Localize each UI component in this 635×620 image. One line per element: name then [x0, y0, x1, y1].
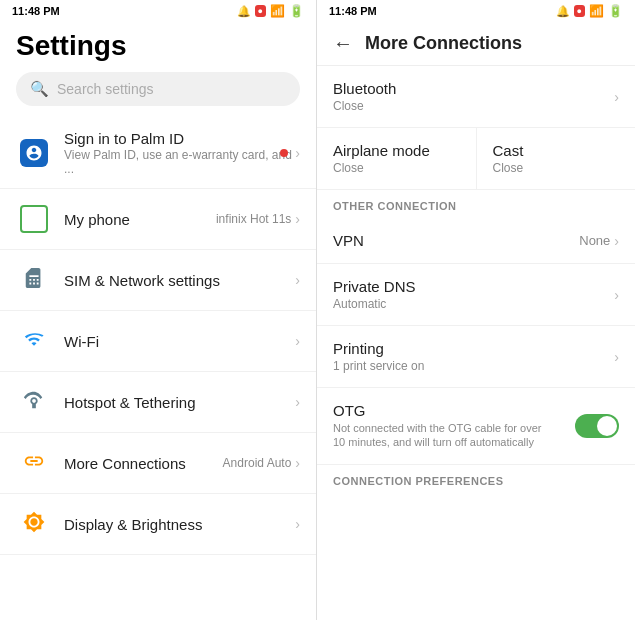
right-panel-title: More Connections: [365, 33, 522, 54]
otg-item[interactable]: OTG Not connected with the OTG cable for…: [317, 388, 635, 465]
sim-chevron: ›: [295, 272, 300, 288]
sim-icon-shape: [23, 267, 45, 294]
hotspot-chevron: ›: [295, 394, 300, 410]
signal-icon: 📶: [270, 4, 285, 18]
vpn-value: None: [579, 233, 610, 248]
rec-icon: ●: [255, 5, 266, 17]
my-phone-chevron: ›: [295, 211, 300, 227]
search-placeholder: Search settings: [57, 81, 154, 97]
sim-title: SIM & Network settings: [64, 272, 295, 289]
palm-icon-shape: [20, 139, 48, 167]
bluetooth-title: Bluetooth: [333, 80, 614, 97]
bluetooth-chevron: ›: [614, 89, 619, 105]
otg-subtitle: Not connected with the OTG cable for ove…: [333, 421, 553, 450]
private-dns-text: Private DNS Automatic: [333, 278, 614, 311]
right-time: 11:48 PM: [329, 5, 377, 17]
cast-subtitle: Close: [493, 161, 620, 175]
my-phone-title: My phone: [64, 211, 216, 228]
sim-icon: [16, 262, 52, 298]
wifi-title: Wi-Fi: [64, 333, 295, 350]
palm-id-title: Sign in to Palm ID: [64, 130, 295, 147]
settings-item-my-phone[interactable]: My phone infinix Hot 11s ›: [0, 189, 316, 250]
left-status-bar: 11:48 PM 🔔 ● 📶 🔋: [0, 0, 316, 22]
settings-item-wifi[interactable]: Wi-Fi ›: [0, 311, 316, 372]
printing-item[interactable]: Printing 1 print service on ›: [317, 326, 635, 388]
settings-item-more-connections[interactable]: More Connections Android Auto ›: [0, 433, 316, 494]
right-content: Bluetooth Close › Airplane mode Close Ca…: [317, 66, 635, 620]
bluetooth-item[interactable]: Bluetooth Close ›: [317, 66, 635, 128]
more-connections-title: More Connections: [64, 455, 223, 472]
sim-text: SIM & Network settings: [64, 272, 295, 289]
display-title: Display & Brightness: [64, 516, 295, 533]
settings-item-hotspot[interactable]: Hotspot & Tethering ›: [0, 372, 316, 433]
cast-item[interactable]: Cast Close: [477, 128, 636, 189]
airplane-subtitle: Close: [333, 161, 460, 175]
palm-id-dot: [280, 149, 288, 157]
display-text: Display & Brightness: [64, 516, 295, 533]
my-phone-icon: [16, 201, 52, 237]
notification-icon: 🔔: [237, 5, 251, 18]
palm-id-subtitle: View Palm ID, use an e-warranty card, an…: [64, 148, 295, 176]
other-connection-header: OTHER CONNECTION: [317, 190, 635, 218]
otg-title: OTG: [333, 402, 575, 419]
hotspot-icon: [16, 384, 52, 420]
brightness-icon-shape: [23, 511, 45, 537]
vpn-item[interactable]: VPN None ›: [317, 218, 635, 264]
more-connections-value: Android Auto: [223, 456, 292, 470]
display-chevron: ›: [295, 516, 300, 532]
battery-icon: 🔋: [289, 4, 304, 18]
right-battery-icon: 🔋: [608, 4, 623, 18]
bluetooth-subtitle: Close: [333, 99, 614, 113]
right-rec-icon: ●: [574, 5, 585, 17]
display-icon: [16, 506, 52, 542]
private-dns-item[interactable]: Private DNS Automatic ›: [317, 264, 635, 326]
printing-subtitle: 1 print service on: [333, 359, 614, 373]
right-panel: 11:48 PM 🔔 ● 📶 🔋 ← More Connections Blue…: [317, 0, 635, 620]
private-dns-chevron: ›: [614, 287, 619, 303]
settings-item-sim[interactable]: SIM & Network settings ›: [0, 250, 316, 311]
settings-title: Settings: [0, 22, 316, 72]
settings-item-palm-id[interactable]: Sign in to Palm ID View Palm ID, use an …: [0, 118, 316, 189]
bluetooth-text: Bluetooth Close: [333, 80, 614, 113]
search-bar[interactable]: 🔍 Search settings: [16, 72, 300, 106]
vpn-title: VPN: [333, 232, 579, 249]
settings-list: Sign in to Palm ID View Palm ID, use an …: [0, 118, 316, 620]
wifi-chevron: ›: [295, 333, 300, 349]
phone-icon-shape: [20, 205, 48, 233]
hotspot-icon-shape: [23, 389, 45, 415]
wifi-icon-shape: [22, 329, 46, 353]
left-status-icons: 🔔 ● 📶 🔋: [237, 4, 304, 18]
airplane-title: Airplane mode: [333, 142, 460, 159]
airplane-mode-item[interactable]: Airplane mode Close: [317, 128, 477, 189]
wifi-icon: [16, 323, 52, 359]
printing-title: Printing: [333, 340, 614, 357]
right-status-bar: 11:48 PM 🔔 ● 📶 🔋: [317, 0, 635, 22]
right-header: ← More Connections: [317, 22, 635, 66]
printing-chevron: ›: [614, 349, 619, 365]
wifi-text: Wi-Fi: [64, 333, 295, 350]
printing-text: Printing 1 print service on: [333, 340, 614, 373]
right-status-icons: 🔔 ● 📶 🔋: [556, 4, 623, 18]
link-icon-shape: [23, 450, 45, 476]
settings-item-display[interactable]: Display & Brightness ›: [0, 494, 316, 555]
search-icon: 🔍: [30, 80, 49, 98]
otg-toggle[interactable]: [575, 414, 619, 438]
connection-prefs-header: CONNECTION PREFERENCES: [317, 465, 635, 493]
palm-id-text: Sign in to Palm ID View Palm ID, use an …: [64, 130, 295, 176]
private-dns-title: Private DNS: [333, 278, 614, 295]
vpn-text: VPN: [333, 232, 579, 249]
my-phone-value: infinix Hot 11s: [216, 212, 291, 226]
my-phone-text: My phone: [64, 211, 216, 228]
private-dns-subtitle: Automatic: [333, 297, 614, 311]
otg-text: OTG Not connected with the OTG cable for…: [333, 402, 575, 450]
left-time: 11:48 PM: [12, 5, 60, 17]
hotspot-text: Hotspot & Tethering: [64, 394, 295, 411]
hotspot-title: Hotspot & Tethering: [64, 394, 295, 411]
airplane-cast-grid: Airplane mode Close Cast Close: [317, 128, 635, 190]
more-connections-icon: [16, 445, 52, 481]
vpn-chevron: ›: [614, 233, 619, 249]
right-notification-icon: 🔔: [556, 5, 570, 18]
left-panel: 11:48 PM 🔔 ● 📶 🔋 Settings 🔍 Search setti…: [0, 0, 317, 620]
more-connections-chevron: ›: [295, 455, 300, 471]
back-button[interactable]: ←: [333, 32, 353, 55]
